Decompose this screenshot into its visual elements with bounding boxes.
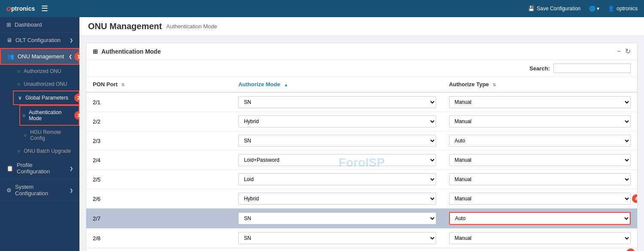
authorize-mode-select[interactable]: SNHybridLoidLoid+Password — [238, 212, 436, 224]
sidebar-sub-label: Global Parameters — [25, 95, 68, 101]
authorize-mode-cell: SNHybridLoidLoid+Password — [232, 131, 442, 151]
chevron-down-icon: ▾ — [597, 6, 599, 12]
sidebar-item-olt-configuration[interactable]: 🖥 OLT Configuration ❯ — [0, 33, 79, 48]
authorize-type-cell: ManualAuto — [443, 92, 637, 112]
col-label: Authorize Type — [449, 81, 489, 88]
authorize-mode-cell: SNHybridLoidLoid+Password — [232, 229, 442, 248]
card-footer: Submit 5 — [86, 248, 637, 251]
profile-icon: 📋 — [6, 165, 13, 172]
authentication-mode-card: ⊞ Authentication Mode − ↻ Search: — [86, 42, 638, 251]
sidebar-sub-label: HGU Remote Config — [30, 129, 75, 141]
search-label: Search: — [529, 65, 550, 72]
pon-port-cell: 2/4 — [86, 151, 232, 170]
user-icon: 👤 — [608, 6, 614, 12]
authorize-type-select[interactable]: ManualAuto — [449, 135, 631, 147]
col-pon-port[interactable]: PON Port ⇅ — [86, 77, 232, 92]
table-row: 2/4SNHybridLoidLoid+PasswordManualAuto — [86, 151, 637, 170]
sidebar-item-dashboard[interactable]: ⊞ Dashboard — [0, 17, 79, 33]
col-authorize-type[interactable]: Authorize Type ⇅ — [443, 77, 637, 92]
authorize-type-select[interactable]: ManualAuto — [449, 232, 631, 244]
sidebar-item-unauthorized-onu[interactable]: ○ Unauthorized ONU — [13, 78, 79, 91]
sidebar: ⊞ Dashboard 🖥 OLT Configuration ❯ 👥 ONU … — [0, 17, 79, 251]
save-config-label: Save Configuration — [537, 6, 580, 12]
sidebar-item-onu-management[interactable]: 👥 ONU Management ❮ — [0, 48, 79, 65]
authorize-mode-select[interactable]: SNHybridLoidLoid+Password — [238, 96, 436, 108]
save-configuration-button[interactable]: 💾 Save Configuration — [528, 6, 580, 12]
page-title: ONU Management — [88, 21, 162, 31]
sidebar-item-global-parameters[interactable]: ∨ Global Parameters — [13, 91, 79, 105]
authorize-mode-select[interactable]: SNHybridLoidLoid+Password — [238, 154, 436, 166]
authorize-type-select[interactable]: ManualAuto — [449, 154, 631, 166]
header-right: 💾 Save Configuration 🌐 ▾ 👤 optronics — [528, 6, 638, 12]
main-content: ONU Management Authentication Mode ⊞ Aut… — [79, 17, 644, 251]
authorize-type-select[interactable]: ManualAuto — [449, 173, 631, 185]
authorize-type-cell: ManualAuto — [443, 209, 637, 229]
pon-port-cell: 2/6 — [86, 189, 232, 209]
chevron-right-icon: ❯ — [70, 188, 73, 193]
authorize-type-cell: ManualAuto4 — [443, 189, 637, 209]
annotation-badge-4: 4 — [632, 194, 637, 203]
sidebar-item-onu-batch-upgrade[interactable]: ○ ONU Batch Upgrade — [13, 145, 79, 157]
authorize-type-select[interactable]: ManualAuto — [449, 115, 631, 127]
authorize-mode-select[interactable]: SNHybridLoidLoid+Password — [238, 115, 436, 127]
circle-icon: ○ — [17, 148, 20, 154]
main-layout: ⊞ Dashboard 🖥 OLT Configuration ❯ 👥 ONU … — [0, 17, 644, 251]
card-title: ⊞ Authentication Mode — [93, 48, 161, 55]
table-row: 2/3SNHybridLoidLoid+PasswordManualAuto — [86, 131, 637, 151]
table-row: 2/8SNHybridLoidLoid+PasswordManualAuto — [86, 229, 637, 248]
dashboard-icon: ⊞ — [6, 21, 11, 28]
authorize-mode-cell: SNHybridLoidLoid+Password — [232, 112, 442, 131]
authorize-mode-select[interactable]: SNHybridLoidLoid+Password — [238, 193, 436, 205]
table-container: PON Port ⇅ Authorize Mode ▲ Authorize Ty… — [86, 77, 637, 248]
chevron-right-icon: ❯ — [70, 166, 73, 171]
language-selector[interactable]: 🌐 ▾ — [589, 6, 599, 12]
authorize-type-select[interactable]: ManualAuto — [449, 96, 631, 108]
sidebar-item-authentication-mode[interactable]: ○ Authentication Mode — [19, 105, 79, 126]
authorize-mode-select[interactable]: SNHybridLoidLoid+Password — [238, 135, 436, 147]
table-row: 2/2SNHybridLoidLoid+PasswordManualAuto — [86, 112, 637, 131]
chevron-right-icon: ❯ — [70, 38, 73, 42]
pon-port-cell: 2/8 — [86, 229, 232, 248]
sidebar-sub-label: Authentication Mode — [29, 109, 74, 121]
globe-icon: 🌐 — [589, 6, 595, 12]
pon-port-cell: 2/1 — [86, 92, 232, 112]
authorize-type-select[interactable]: ManualAuto — [449, 193, 631, 205]
authorize-mode-select[interactable]: SNHybridLoidLoid+Password — [238, 232, 436, 244]
sidebar-item-label: OLT Configuration — [15, 37, 61, 43]
sidebar-item-label: Dashboard — [15, 21, 42, 28]
sidebar-item-hgu-remote-config[interactable]: ○ HGU Remote Config — [19, 126, 79, 145]
authorize-type-select[interactable]: ManualAuto — [449, 212, 631, 225]
authorize-mode-cell: SNHybridLoidLoid+Password — [232, 151, 442, 170]
page-header: ONU Management Authentication Mode — [79, 17, 644, 36]
sidebar-sub-label: ONU Batch Upgrade — [24, 148, 71, 154]
sidebar-item-system-configuration[interactable]: ⚙ System Configuration ❯ — [0, 179, 79, 201]
pon-port-cell: 2/3 — [86, 131, 232, 151]
table-row: 2/7SNHybridLoidLoid+PasswordManualAuto — [86, 209, 637, 229]
authorize-type-cell: ManualAuto — [443, 229, 637, 248]
pon-port-cell: 2/7 — [86, 209, 232, 229]
circle-icon: ○ — [17, 68, 20, 74]
save-icon: 💾 — [528, 6, 535, 12]
username-label: optronics — [617, 6, 638, 12]
table-icon: ⊞ — [93, 48, 98, 55]
card-header: ⊞ Authentication Mode − ↻ — [86, 43, 637, 60]
authorize-mode-cell: SNHybridLoidLoid+Password — [232, 189, 442, 209]
refresh-button[interactable]: ↻ — [625, 47, 631, 55]
logo-tronics-text: ptronics — [11, 5, 35, 12]
table-row: 2/5SNHybridLoidLoid+PasswordManualAuto — [86, 170, 637, 189]
radio-icon: ○ — [22, 112, 25, 118]
authorize-type-cell: ManualAuto — [443, 131, 637, 151]
minimize-button[interactable]: − — [617, 48, 621, 55]
search-input[interactable] — [553, 64, 631, 73]
sidebar-item-profile-configuration[interactable]: 📋 Profile Configuration ❯ — [0, 157, 79, 179]
col-authorize-mode[interactable]: Authorize Mode ▲ — [232, 77, 442, 92]
authorize-mode-select[interactable]: SNHybridLoidLoid+Password — [238, 173, 436, 185]
top-header: o ptronics ☰ 💾 Save Configuration 🌐 ▾ 👤 … — [0, 0, 644, 17]
user-menu[interactable]: 👤 optronics — [608, 6, 638, 12]
sort-icon: ⇅ — [492, 82, 496, 87]
search-area: Search: — [86, 60, 637, 77]
header-left: o ptronics ☰ — [6, 4, 48, 13]
sort-icon: ⇅ — [121, 82, 125, 87]
hamburger-menu-icon[interactable]: ☰ — [41, 4, 48, 13]
sidebar-item-authorized-onu[interactable]: ○ Authorized ONU — [13, 65, 79, 78]
